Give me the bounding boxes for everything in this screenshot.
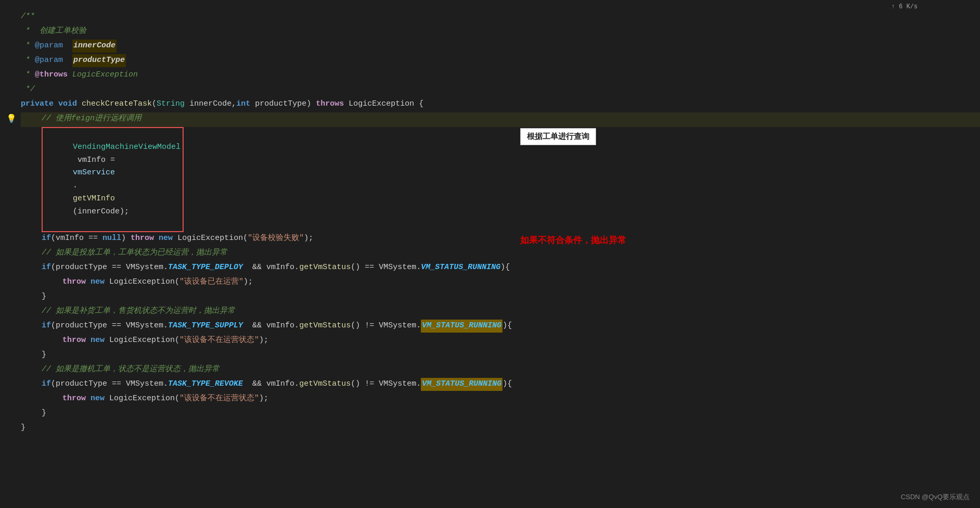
kw-throws: throws	[316, 98, 344, 111]
comment-throws-space: LogicException	[68, 69, 138, 82]
const-running-1: VM_STATUS_RUNNING	[421, 261, 500, 274]
line-22: }	[21, 407, 980, 422]
method-getvminfo: getVMInfo	[73, 194, 115, 203]
kw-private: private	[21, 98, 54, 111]
comment-param-2-prefix: *	[21, 54, 35, 67]
const-running-3: VM_STATUS_RUNNING	[421, 378, 502, 391]
kw-if-2: if	[42, 261, 51, 274]
line-12: if (productType == VMSystem. TASK_TYPE_D…	[21, 261, 980, 276]
line-18: }	[21, 349, 980, 363]
line-19: // 如果是撤机工单，状态不是运营状态，抛出异常	[21, 363, 980, 378]
annotation-exception: 如果不符合条件，抛出异常	[520, 233, 626, 248]
line-16: if (productType == VMSystem. TASK_TYPE_S…	[21, 320, 980, 334]
line-14: }	[21, 290, 980, 305]
vminfo-box: VendingMachineViewModel vmInfo = vmServi…	[42, 127, 184, 232]
kw-new-4: new	[91, 392, 105, 405]
line-1: /**	[21, 10, 980, 25]
code-container: /** * 创建工单校验 * @param innerCode * @param…	[0, 0, 980, 447]
kw-new-1: new	[159, 232, 173, 245]
line-21: throw new LogicException( "该设备不在运营状态" );	[21, 392, 980, 407]
kw-int: int	[236, 98, 250, 111]
str-running: "该设备已在运营"	[179, 276, 243, 289]
str-not-running-2: "该设备不在运营状态"	[179, 392, 259, 405]
const-supply: TASK_TYPE_SUPPLY	[168, 320, 243, 333]
line-7: private void checkCreateTask ( String in…	[21, 98, 980, 112]
comment-param-1-space	[63, 40, 72, 53]
kw-void: void	[58, 98, 77, 111]
line-2: * 创建工单校验	[21, 25, 980, 40]
type-vmviewmodel: VendingMachineViewModel	[73, 143, 180, 151]
kw-null: null	[102, 232, 121, 245]
comment-param-2-space	[63, 54, 72, 67]
param-tag-2: @param	[35, 54, 63, 67]
line-20: if (productType == VMSystem. TASK_TYPE_R…	[21, 378, 980, 392]
line-6: */	[21, 83, 980, 98]
line-9: VendingMachineViewModel vmInfo = vmServi…	[21, 127, 980, 232]
type-string: String	[157, 98, 185, 111]
line-8: 💡 // 使用feign进行远程调用	[21, 112, 980, 127]
kw-throw-2: throw	[62, 276, 86, 289]
param-name-innercode: innerCode	[72, 40, 117, 53]
method-name: checkCreateTask	[82, 98, 152, 111]
comment-close: */	[21, 83, 35, 96]
watermark: CSDN @QvQ要乐观点	[901, 492, 970, 502]
str-not-running-1: "该设备不在运营状态"	[179, 334, 259, 347]
line-10: if (vmInfo == null ) throw new LogicExce…	[21, 232, 980, 247]
method-getvmstatus-2: getVmStatus	[299, 320, 351, 333]
comment-open: /**	[21, 10, 35, 23]
kw-throw-4: throw	[62, 392, 86, 405]
comment-throws-prefix: *	[21, 69, 35, 82]
kw-if-1: if	[42, 232, 51, 245]
line-5: * @throws LogicException	[21, 69, 980, 83]
network-indicator: ↑ 6 K/s	[892, 3, 918, 10]
comment-param-1-prefix: *	[21, 40, 35, 53]
kw-throw-1: throw	[131, 232, 154, 245]
kw-new-3: new	[91, 334, 105, 347]
param-name-producttype: productType	[72, 54, 126, 67]
method-getvmstatus-1: getVmStatus	[299, 261, 351, 274]
kw-if-4: if	[42, 378, 51, 391]
line-4: * @param productType	[21, 54, 980, 69]
comment-feign: // 使用feign进行远程调用	[42, 112, 141, 125]
vmservice-field: vmService	[73, 168, 115, 177]
comment-deploy: // 如果是投放工单，工单状态为已经运营，抛出异常	[42, 247, 227, 260]
annotation-query: 根据工单进行查询	[520, 128, 596, 145]
throws-tag: @throws	[35, 69, 68, 82]
line-3: * @param innerCode	[21, 40, 980, 54]
bulb-icon: 💡	[6, 112, 17, 126]
kw-if-3: if	[42, 320, 51, 333]
line-17: throw new LogicException( "该设备不在运营状态" );	[21, 334, 980, 349]
const-deploy: TASK_TYPE_DEPLOY	[168, 261, 243, 274]
const-revoke: TASK_TYPE_REVOKE	[168, 378, 243, 391]
comment-supply: // 如果是补货工单，售货机状态不为运营时，抛出异常	[42, 305, 235, 318]
kw-new-2: new	[91, 276, 105, 289]
line-23: }	[21, 422, 980, 436]
const-running-2: VM_STATUS_RUNNING	[421, 320, 502, 333]
comment-revoke: // 如果是撤机工单，状态不是运营状态，抛出异常	[42, 363, 220, 376]
line-13: throw new LogicException( "该设备已在运营" );	[21, 276, 980, 290]
comment-text-1: * 创建工单校验	[21, 25, 86, 38]
param-tag-1: @param	[35, 40, 63, 53]
method-getvmstatus-3: getVmStatus	[299, 378, 351, 391]
str-devcheck: "设备校验失败"	[248, 232, 304, 245]
kw-throw-3: throw	[62, 334, 86, 347]
line-15: // 如果是补货工单，售货机状态不为运营时，抛出异常	[21, 305, 980, 320]
line-11: // 如果是投放工单，工单状态为已经运营，抛出异常	[21, 247, 980, 261]
